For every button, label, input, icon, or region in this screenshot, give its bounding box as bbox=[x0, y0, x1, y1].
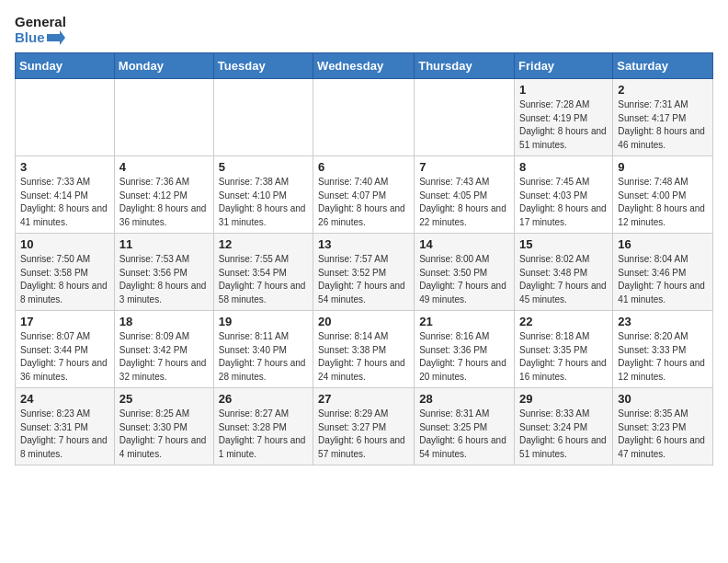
day-number: 3 bbox=[20, 160, 109, 174]
day-number: 1 bbox=[519, 83, 608, 97]
day-info: Sunrise: 7:38 AMSunset: 4:10 PMDaylight:… bbox=[219, 176, 308, 229]
day-info: Sunrise: 8:27 AMSunset: 3:28 PMDaylight:… bbox=[219, 408, 308, 461]
day-number: 25 bbox=[119, 392, 209, 406]
day-info: Sunrise: 7:28 AMSunset: 4:19 PMDaylight:… bbox=[519, 98, 608, 152]
calendar-cell: 3Sunrise: 7:33 AMSunset: 4:14 PMDaylight… bbox=[16, 156, 115, 234]
calendar-cell bbox=[313, 79, 415, 156]
day-info: Sunrise: 7:53 AMSunset: 3:56 PMDaylight:… bbox=[119, 253, 209, 306]
day-number: 18 bbox=[119, 315, 209, 328]
logo-text-block: General Blue bbox=[15, 15, 66, 45]
day-number: 19 bbox=[219, 315, 308, 328]
calendar-header-row: SundayMondayTuesdayWednesdayThursdayFrid… bbox=[16, 53, 713, 79]
calendar-cell: 14Sunrise: 8:00 AMSunset: 3:50 PMDayligh… bbox=[415, 234, 515, 311]
calendar-week-row: 3Sunrise: 7:33 AMSunset: 4:14 PMDaylight… bbox=[16, 156, 713, 234]
day-info: Sunrise: 7:55 AMSunset: 3:54 PMDaylight:… bbox=[219, 253, 308, 306]
day-number: 13 bbox=[318, 237, 409, 251]
calendar-cell: 10Sunrise: 7:50 AMSunset: 3:58 PMDayligh… bbox=[16, 234, 115, 311]
day-number: 6 bbox=[318, 160, 409, 174]
calendar-cell: 11Sunrise: 7:53 AMSunset: 3:56 PMDayligh… bbox=[114, 234, 213, 311]
day-number: 17 bbox=[20, 315, 109, 328]
day-info: Sunrise: 8:04 AMSunset: 3:46 PMDaylight:… bbox=[618, 253, 708, 306]
calendar-cell: 27Sunrise: 8:29 AMSunset: 3:27 PMDayligh… bbox=[313, 388, 415, 465]
calendar-cell: 17Sunrise: 8:07 AMSunset: 3:44 PMDayligh… bbox=[16, 311, 115, 388]
day-info: Sunrise: 8:20 AMSunset: 3:33 PMDaylight:… bbox=[618, 330, 708, 384]
calendar-week-row: 24Sunrise: 8:23 AMSunset: 3:31 PMDayligh… bbox=[16, 388, 713, 465]
calendar-cell: 13Sunrise: 7:57 AMSunset: 3:52 PMDayligh… bbox=[313, 234, 415, 311]
calendar-week-row: 1Sunrise: 7:28 AMSunset: 4:19 PMDaylight… bbox=[16, 79, 713, 156]
day-info: Sunrise: 8:25 AMSunset: 3:30 PMDaylight:… bbox=[119, 408, 209, 461]
calendar-cell: 20Sunrise: 8:14 AMSunset: 3:38 PMDayligh… bbox=[313, 311, 415, 388]
day-info: Sunrise: 8:31 AMSunset: 3:25 PMDaylight:… bbox=[419, 408, 509, 461]
calendar-cell bbox=[415, 79, 515, 156]
day-info: Sunrise: 7:45 AMSunset: 4:03 PMDaylight:… bbox=[519, 176, 608, 229]
day-info: Sunrise: 8:18 AMSunset: 3:35 PMDaylight:… bbox=[519, 330, 608, 384]
calendar-week-row: 17Sunrise: 8:07 AMSunset: 3:44 PMDayligh… bbox=[16, 311, 713, 388]
day-info: Sunrise: 8:16 AMSunset: 3:36 PMDaylight:… bbox=[419, 330, 509, 384]
calendar-cell bbox=[16, 79, 115, 156]
day-number: 5 bbox=[219, 160, 308, 174]
day-info: Sunrise: 8:00 AMSunset: 3:50 PMDaylight:… bbox=[419, 253, 509, 306]
day-info: Sunrise: 7:48 AMSunset: 4:00 PMDaylight:… bbox=[618, 176, 708, 229]
day-number: 26 bbox=[219, 392, 308, 406]
calendar-table: SundayMondayTuesdayWednesdayThursdayFrid… bbox=[15, 52, 713, 465]
calendar-cell: 4Sunrise: 7:36 AMSunset: 4:12 PMDaylight… bbox=[114, 156, 213, 234]
day-number: 7 bbox=[419, 160, 509, 174]
day-info: Sunrise: 8:14 AMSunset: 3:38 PMDaylight:… bbox=[318, 330, 409, 384]
calendar-cell: 15Sunrise: 8:02 AMSunset: 3:48 PMDayligh… bbox=[515, 234, 613, 311]
calendar-cell: 9Sunrise: 7:48 AMSunset: 4:00 PMDaylight… bbox=[613, 156, 713, 234]
day-number: 20 bbox=[318, 315, 409, 328]
day-info: Sunrise: 7:31 AMSunset: 4:17 PMDaylight:… bbox=[618, 98, 708, 152]
weekday-header-tuesday: Tuesday bbox=[213, 53, 313, 79]
calendar-week-row: 10Sunrise: 7:50 AMSunset: 3:58 PMDayligh… bbox=[16, 234, 713, 311]
day-info: Sunrise: 8:09 AMSunset: 3:42 PMDaylight:… bbox=[119, 330, 209, 384]
day-number: 28 bbox=[419, 392, 509, 406]
logo-blue: Blue bbox=[15, 30, 66, 46]
day-number: 24 bbox=[20, 392, 109, 406]
calendar-cell: 21Sunrise: 8:16 AMSunset: 3:36 PMDayligh… bbox=[415, 311, 515, 388]
calendar-cell: 8Sunrise: 7:45 AMSunset: 4:03 PMDaylight… bbox=[515, 156, 613, 234]
day-info: Sunrise: 7:43 AMSunset: 4:05 PMDaylight:… bbox=[419, 176, 509, 229]
day-info: Sunrise: 7:33 AMSunset: 4:14 PMDaylight:… bbox=[20, 176, 109, 229]
day-number: 8 bbox=[519, 160, 608, 174]
weekday-header-monday: Monday bbox=[114, 53, 213, 79]
logo: General Blue bbox=[15, 15, 66, 45]
day-info: Sunrise: 8:29 AMSunset: 3:27 PMDaylight:… bbox=[318, 408, 409, 461]
day-number: 11 bbox=[119, 237, 209, 251]
calendar-cell: 1Sunrise: 7:28 AMSunset: 4:19 PMDaylight… bbox=[515, 79, 613, 156]
day-number: 16 bbox=[618, 237, 708, 251]
day-number: 12 bbox=[219, 237, 308, 251]
calendar-cell bbox=[114, 79, 213, 156]
calendar-cell: 7Sunrise: 7:43 AMSunset: 4:05 PMDaylight… bbox=[415, 156, 515, 234]
calendar-cell: 19Sunrise: 8:11 AMSunset: 3:40 PMDayligh… bbox=[213, 311, 313, 388]
weekday-header-wednesday: Wednesday bbox=[313, 53, 415, 79]
weekday-header-saturday: Saturday bbox=[613, 53, 713, 79]
page-header: General Blue bbox=[15, 15, 713, 45]
weekday-header-sunday: Sunday bbox=[16, 53, 115, 79]
day-number: 21 bbox=[419, 315, 509, 328]
day-number: 30 bbox=[618, 392, 708, 406]
calendar-cell: 18Sunrise: 8:09 AMSunset: 3:42 PMDayligh… bbox=[114, 311, 213, 388]
day-number: 22 bbox=[519, 315, 608, 328]
calendar-cell: 5Sunrise: 7:38 AMSunset: 4:10 PMDaylight… bbox=[213, 156, 313, 234]
calendar-cell: 29Sunrise: 8:33 AMSunset: 3:24 PMDayligh… bbox=[515, 388, 613, 465]
calendar-cell: 24Sunrise: 8:23 AMSunset: 3:31 PMDayligh… bbox=[16, 388, 115, 465]
day-number: 29 bbox=[519, 392, 608, 406]
calendar-cell: 25Sunrise: 8:25 AMSunset: 3:30 PMDayligh… bbox=[114, 388, 213, 465]
day-number: 27 bbox=[318, 392, 409, 406]
day-info: Sunrise: 8:35 AMSunset: 3:23 PMDaylight:… bbox=[618, 408, 708, 461]
calendar-cell bbox=[213, 79, 313, 156]
calendar-cell: 28Sunrise: 8:31 AMSunset: 3:25 PMDayligh… bbox=[415, 388, 515, 465]
calendar-cell: 26Sunrise: 8:27 AMSunset: 3:28 PMDayligh… bbox=[213, 388, 313, 465]
day-number: 9 bbox=[618, 160, 708, 174]
calendar-cell: 22Sunrise: 8:18 AMSunset: 3:35 PMDayligh… bbox=[515, 311, 613, 388]
calendar-cell: 2Sunrise: 7:31 AMSunset: 4:17 PMDaylight… bbox=[613, 79, 713, 156]
day-info: Sunrise: 7:36 AMSunset: 4:12 PMDaylight:… bbox=[119, 176, 209, 229]
calendar-cell: 23Sunrise: 8:20 AMSunset: 3:33 PMDayligh… bbox=[613, 311, 713, 388]
day-info: Sunrise: 8:11 AMSunset: 3:40 PMDaylight:… bbox=[219, 330, 308, 384]
logo-general: General bbox=[15, 15, 66, 30]
day-info: Sunrise: 8:02 AMSunset: 3:48 PMDaylight:… bbox=[519, 253, 608, 306]
day-number: 14 bbox=[419, 237, 509, 251]
weekday-header-friday: Friday bbox=[515, 53, 613, 79]
day-info: Sunrise: 8:07 AMSunset: 3:44 PMDaylight:… bbox=[20, 330, 109, 384]
day-number: 15 bbox=[519, 237, 608, 251]
